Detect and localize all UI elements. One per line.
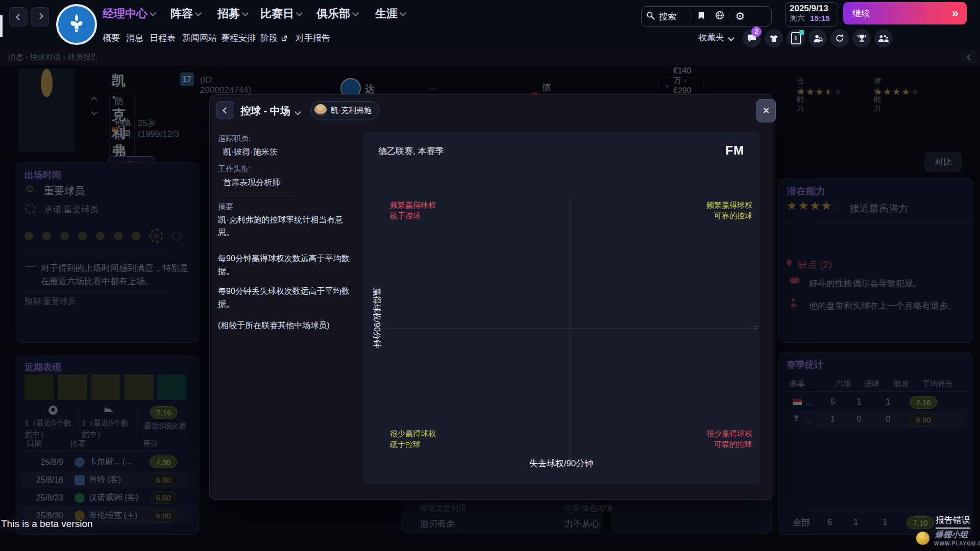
- submenu-stage[interactable]: 阶段: [260, 32, 288, 44]
- scouting-icon[interactable]: [808, 29, 827, 47]
- menu-label: 阵容: [170, 6, 193, 21]
- inbox-card-icon[interactable]: 1: [787, 29, 805, 47]
- summary-p3: 每90分钟丢失球权次数远高于平均数据。: [218, 285, 352, 310]
- chevron-down-icon: [150, 10, 156, 16]
- date-text: 2025/9/13: [790, 4, 834, 14]
- quadrant-top-right: 频繁赢得球权可靠的控球: [706, 199, 752, 221]
- player-chip[interactable]: 凯·克利弗施: [311, 101, 379, 119]
- menu-squad[interactable]: 阵容: [170, 6, 201, 21]
- submenu-fixtures[interactable]: 赛程安排: [221, 32, 256, 44]
- summary-label: 摘要: [218, 202, 233, 212]
- messages-badge: 2: [751, 27, 762, 37]
- quadrant-bottom-left: 很少赢得球权疏于控球: [390, 428, 436, 449]
- submenu-messages[interactable]: 消息: [126, 32, 143, 44]
- chevron-down-icon: [242, 10, 249, 16]
- quadrant-bottom-right: 很少赢得球权可靠的控球: [706, 428, 752, 449]
- close-icon[interactable]: ✕: [756, 99, 776, 122]
- back-button[interactable]: [9, 7, 28, 27]
- menu-label: 比赛日: [260, 6, 294, 21]
- external-link-icon: [281, 35, 288, 42]
- submenu-schedule[interactable]: 日程表: [150, 32, 176, 44]
- possession-scatter-chart: 德乙联赛, 本赛季 FM 频繁赢得球权疏于控球 频繁赢得球权可靠的控球 很少赢得…: [363, 132, 760, 484]
- chevron-left-icon: [223, 107, 229, 114]
- tracker-label: 追踪职员:: [218, 134, 251, 143]
- menu-label: 经理中心: [103, 6, 148, 21]
- favorites-dropdown[interactable]: 收藏夹: [698, 32, 733, 43]
- top-bar: 经理中心 阵容 招募 比赛日 俱乐部 生涯 概要 消息 日程表 新闻网站 赛程安…: [0, 0, 980, 49]
- menu-label: 生涯: [375, 6, 398, 21]
- menu-career[interactable]: 生涯: [375, 6, 405, 21]
- search-group: 搜索 ⚙: [641, 6, 772, 27]
- time-text: 15:15: [810, 14, 829, 22]
- axis-end-tick: [754, 327, 757, 329]
- y-axis-label: 赢得球权/90分钟: [371, 288, 382, 348]
- modal-back-button[interactable]: [216, 101, 234, 119]
- chevron-down-icon: [195, 10, 202, 16]
- game-date[interactable]: 2025/9/13 周六 15:15: [785, 2, 838, 27]
- chevron-down-icon: [728, 35, 735, 41]
- fast-forward-icon: »: [952, 6, 959, 20]
- job-title: 首席表现分析师: [223, 178, 280, 188]
- chevron-down-icon: [400, 10, 406, 16]
- player-chip-name: 凯·克利弗施: [331, 106, 372, 115]
- fm-logo: FM: [725, 143, 744, 158]
- menu-club[interactable]: 俱乐部: [316, 6, 358, 21]
- submenu-opposition-report[interactable]: 对手报告: [296, 32, 330, 44]
- quadrant-top-left: 频繁赢得球权疏于控球: [390, 199, 436, 221]
- search-button[interactable]: 搜索: [659, 11, 676, 22]
- summary-p1: 凯·克利弗施的控球率统计相当有意思。: [218, 213, 352, 239]
- tracker-name: 凯·彼得·施米茨: [223, 147, 278, 158]
- club-logo[interactable]: [56, 4, 97, 45]
- modal-title: 控球 - 中场: [240, 104, 290, 118]
- weekday-text: 周六: [790, 14, 805, 22]
- x-axis-label: 失去球权/90分钟: [363, 458, 760, 469]
- watermark-url: WWW.PLAYGM.CC: [934, 541, 980, 546]
- continue-button[interactable]: 继续 »: [843, 2, 967, 24]
- squad-people-icon[interactable]: [874, 29, 893, 47]
- report-error-link[interactable]: 报告错误: [936, 514, 970, 529]
- chevron-left-icon: [16, 14, 22, 20]
- watermark-text: 爆棚小组: [935, 530, 968, 540]
- job-label: 工作头衔:: [218, 164, 251, 174]
- chart-title: 德乙联赛, 本赛季: [378, 145, 444, 157]
- shirt-icon[interactable]: [765, 29, 783, 47]
- search-icon[interactable]: [642, 11, 659, 22]
- chevron-down-icon: [296, 10, 303, 16]
- submenu-overview[interactable]: 概要: [103, 32, 120, 44]
- gear-icon[interactable]: ⚙: [729, 10, 751, 22]
- menu-label: 招募: [217, 6, 240, 21]
- chevron-down-icon: [352, 10, 359, 16]
- submenu-news[interactable]: 新闻网站: [182, 32, 217, 44]
- menu-recruitment[interactable]: 招募: [217, 6, 248, 21]
- sidebar-strip: [0, 15, 3, 37]
- trophy-icon[interactable]: [852, 29, 871, 47]
- menu-manager-centre[interactable]: 经理中心: [103, 6, 155, 21]
- y-mean-line: [386, 329, 757, 329]
- globe-icon[interactable]: [710, 11, 729, 22]
- inbox-dot-badge: [799, 30, 804, 35]
- fleur-de-lis-icon: [68, 13, 85, 36]
- playgm-ball-logo: [916, 532, 929, 545]
- forward-button[interactable]: [31, 7, 49, 27]
- summary-p4: (相较于所在联赛其他中场球员): [218, 320, 352, 331]
- menu-matchday[interactable]: 比赛日: [260, 6, 302, 21]
- stat-report-modal: 控球 - 中场 凯·克利弗施 ✕ 追踪职员: 凯·彼得·施米茨 工作头衔: 首席…: [209, 94, 773, 500]
- divider: [218, 195, 297, 195]
- chevron-down-icon[interactable]: [296, 107, 300, 116]
- continue-label: 继续: [852, 8, 870, 19]
- chevron-right-icon: [37, 13, 43, 19]
- avatar: [314, 104, 327, 116]
- menu-label: 俱乐部: [316, 6, 350, 21]
- sync-icon[interactable]: [830, 29, 849, 47]
- x-mean-line: [571, 199, 571, 461]
- summary-p2: 每90分钟赢得球权次数远高于平均数据。: [218, 252, 352, 278]
- beta-watermark: This is a beta version: [1, 518, 93, 530]
- bookmark-icon[interactable]: [692, 11, 710, 22]
